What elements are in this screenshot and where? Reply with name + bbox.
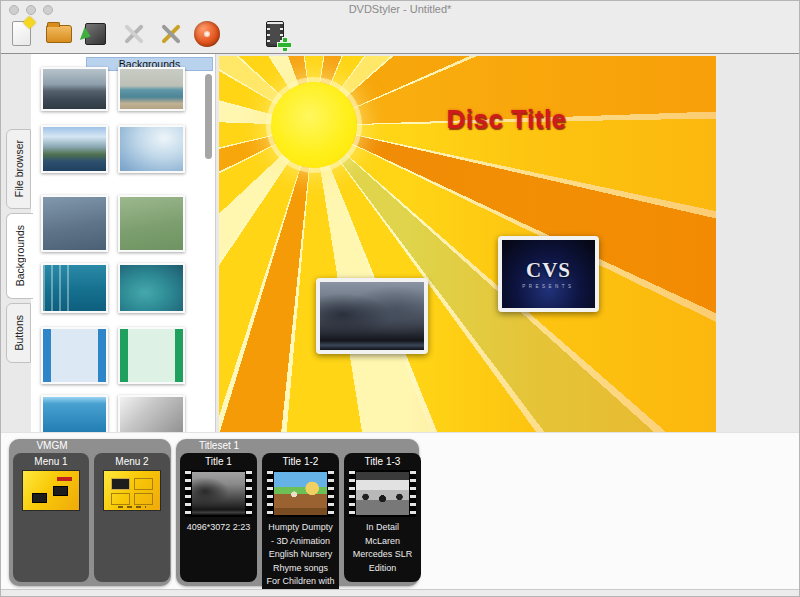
new-document-icon xyxy=(12,21,31,46)
window-bottom-edge xyxy=(1,589,799,596)
background-thumbnail-slate[interactable] xyxy=(41,195,108,252)
background-thumbnail-blue-bars[interactable] xyxy=(41,327,108,384)
menu1-button-box xyxy=(53,486,68,496)
background-thumbnail-harbor[interactable] xyxy=(41,67,108,111)
background-thumbnail-blue-frame[interactable] xyxy=(41,395,108,432)
settings-button[interactable] xyxy=(155,19,185,49)
menu2-button-box xyxy=(134,478,153,490)
vmgm-group: VMGM Menu 1 Menu 2 xyxy=(9,439,171,586)
tab-file-browser[interactable]: File browser xyxy=(6,129,31,209)
menu1-button-box xyxy=(32,493,47,503)
titleset-1-group: Titleset 1 Title 1 4096*3072 2:23 Title … xyxy=(176,439,419,586)
title-bar: DVDStyler - Untitled* xyxy=(1,1,799,18)
add-file-button[interactable] xyxy=(261,19,291,49)
title-browser: VMGM Menu 1 Menu 2 xyxy=(1,432,799,591)
background-thumbnail-green-bars[interactable] xyxy=(118,327,185,384)
background-thumbnail-sage[interactable] xyxy=(118,195,185,252)
backgrounds-panel: Backgrounds xyxy=(31,54,216,432)
window-chrome: DVDStyler - Untitled* xyxy=(1,1,799,54)
plus-icon xyxy=(278,38,291,51)
tab-backgrounds[interactable]: Backgrounds xyxy=(6,213,33,299)
main-content: File browser Backgrounds Buttons Backgro… xyxy=(1,54,799,432)
window-controls xyxy=(9,5,53,15)
save-project-button[interactable] xyxy=(81,19,111,49)
titleset-group-label: Titleset 1 xyxy=(180,440,258,451)
burn-dvd-button[interactable] xyxy=(192,19,222,49)
background-thumbnail-teal-stripes[interactable] xyxy=(41,263,108,313)
open-project-button[interactable] xyxy=(44,19,74,49)
menu-editor-canvas[interactable]: Disc Title CVS PRESENTS xyxy=(219,56,716,432)
title-1-3-card[interactable]: Title 1-3 In Detail McLaren Mercedes SLR… xyxy=(344,453,421,582)
menu2-nav-marks xyxy=(118,506,146,508)
title-1-caption: 4096*3072 2:23 xyxy=(182,521,255,535)
new-project-button[interactable] xyxy=(7,19,37,49)
title-1-3-caption: In Detail McLaren Mercedes SLR Edition xyxy=(346,521,419,575)
title-1-filmstrip xyxy=(185,470,252,517)
close-window-button[interactable] xyxy=(9,5,19,15)
burn-disc-icon xyxy=(194,21,220,47)
panel-scrollbar[interactable] xyxy=(205,74,212,159)
video-button-cvs[interactable]: CVS PRESENTS xyxy=(498,236,599,312)
render-tools-button[interactable] xyxy=(118,19,148,49)
menu1-title-mark xyxy=(57,477,72,481)
save-icon xyxy=(85,23,106,45)
disc-title-text[interactable]: Disc Title xyxy=(419,104,594,135)
vmgm-group-label: VMGM xyxy=(13,440,91,451)
cvs-logo-text: CVS xyxy=(526,260,571,281)
menu2-button-box xyxy=(111,493,130,505)
dvdstyler-window: DVDStyler - Untitled* File browser Backg… xyxy=(0,0,800,597)
title-1-3-filmstrip xyxy=(349,470,416,517)
tab-buttons[interactable]: Buttons xyxy=(6,303,31,363)
background-thumbnail-coast[interactable] xyxy=(118,67,185,111)
menu-2-card[interactable]: Menu 2 xyxy=(94,453,170,582)
title-1-2-filmstrip xyxy=(267,470,334,517)
title-1-2-card[interactable]: Title 1-2 Humpty Dumpty - 3D Animation E… xyxy=(262,453,339,597)
open-folder-icon xyxy=(46,25,72,43)
zoom-window-button[interactable] xyxy=(43,5,53,15)
background-thumbnail-blue-haze[interactable] xyxy=(118,125,185,173)
title-1-2-caption: Humpty Dumpty - 3D Animation English Nur… xyxy=(264,521,337,597)
menu-1-thumbnail xyxy=(22,470,80,511)
background-thumbnail-silver-frame[interactable] xyxy=(118,395,185,432)
minimize-window-button[interactable] xyxy=(26,5,36,15)
menu2-button-box xyxy=(111,478,130,490)
background-thumbnail-headland[interactable] xyxy=(41,125,108,173)
toolbar xyxy=(7,19,291,49)
sun-graphic xyxy=(271,82,357,168)
cvs-presents-text: PRESENTS xyxy=(522,284,574,289)
title-1-card[interactable]: Title 1 4096*3072 2:23 xyxy=(180,453,257,582)
video-button-park[interactable] xyxy=(316,278,428,354)
menu-1-card[interactable]: Menu 1 xyxy=(13,453,89,582)
menu-2-thumbnail xyxy=(103,470,161,511)
background-thumbnail-turquoise[interactable] xyxy=(118,263,185,313)
window-title: DVDStyler - Untitled* xyxy=(1,1,799,17)
menu2-button-box xyxy=(134,493,153,505)
